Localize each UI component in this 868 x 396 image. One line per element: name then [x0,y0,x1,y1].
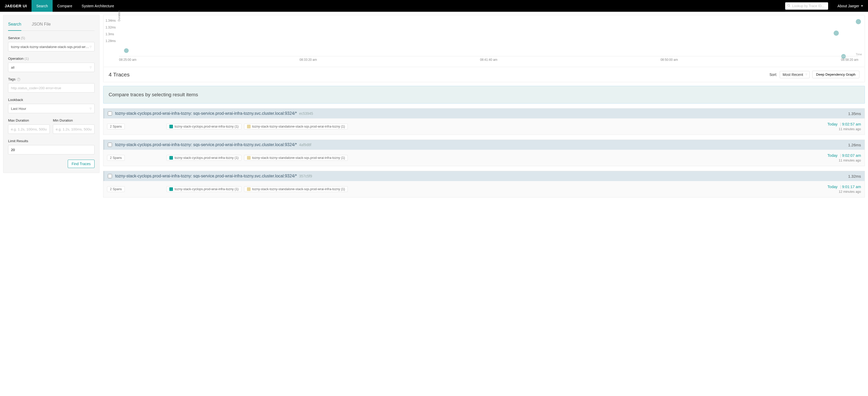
min-duration-label: Min Duration [53,118,95,122]
trace-select-checkbox[interactable] [108,174,112,178]
chart-data-point[interactable] [834,30,839,36]
trace-duration: 1.26ms [848,143,861,147]
nav-search[interactable]: Search [32,0,52,12]
chart-data-point[interactable] [856,19,861,24]
chevron-down-icon: ▼ [861,4,863,7]
lookback-value: Last Hour [11,107,26,111]
max-duration-label: Max Duration [8,118,50,122]
brand-logo: JAEGER UI [0,4,32,8]
compare-banner: Compare traces by selecting result items [103,86,865,104]
scatter-chart[interactable]: Duration 1.34ms 1.32ms 1.3ms 1.28ms Time… [103,15,865,67]
chart-x-ticks: 08:25:00 am 08:33:20 am 08:41:40 am 08:5… [119,56,858,62]
tags-label: Tags ? [8,77,95,81]
trace-body: 2 Spans tozny-stack-cyclops.prod-wrai-in… [103,150,865,166]
max-duration-input[interactable] [11,127,47,131]
operation-label: Operation (1) [8,57,95,60]
about-menu[interactable]: About Jaeger ▼ [833,4,868,8]
chevron-down-icon: ▽ [90,46,92,48]
color-swatch [169,187,173,191]
service-pill: tozny-stack-tozny-standalone-stack-sqs.p… [244,124,348,130]
chevron-down-icon: ▽ [805,73,807,76]
trace-body: 2 Spans tozny-stack-cyclops.prod-wrai-in… [103,118,865,135]
trace-title[interactable]: tozny-stack-cyclops.prod-wrai-infra-tozn… [115,111,845,116]
trace-timestamp: Today | 9:01:17 am 12 minutes ago [827,185,861,194]
span-count-pill: 2 Spans [107,155,125,161]
limit-input[interactable] [11,148,92,152]
top-nav: JAEGER UI Search Compare System Architec… [0,0,868,12]
search-icon [787,4,790,8]
span-count-pill: 2 Spans [107,186,125,192]
service-pill: tozny-stack-tozny-standalone-stack-sqs.p… [244,155,348,161]
find-traces-button[interactable]: Find Traces [68,160,95,168]
service-label: Service (5) [8,36,95,40]
service-pill: tozny-stack-cyclops.prod-wrai-infra-tozn… [166,186,242,192]
lookback-select[interactable]: Last Hour ▽ [8,104,95,113]
trace-lookup-input[interactable] [792,4,826,8]
color-swatch [169,156,173,160]
help-icon[interactable]: ? [17,78,20,81]
chevron-down-icon: ▽ [90,107,92,110]
tab-search[interactable]: Search [8,20,21,31]
sort-label: Sort: [770,73,777,77]
nav-compare[interactable]: Compare [53,0,77,12]
trace-hash: 357c5f9 [299,174,312,178]
results-count: 4 Traces [108,72,130,78]
about-label: About Jaeger [838,4,859,8]
lookback-label: Lookback [8,98,95,102]
color-swatch [247,125,251,129]
chart-data-point[interactable] [124,48,129,53]
svg-line-1 [789,6,790,7]
main-content: Duration 1.34ms 1.32ms 1.3ms 1.28ms Time… [103,15,865,197]
trace-card[interactable]: tozny-stack-cyclops.prod-wrai-infra-tozn… [103,108,865,135]
sort-value: Most Recent [782,73,803,77]
service-select[interactable]: tozny-stack-tozny-standalone-stack-sqs.p… [8,42,95,51]
trace-body: 2 Spans tozny-stack-cyclops.prod-wrai-in… [103,181,865,197]
chart-x-axis-title: Time [856,53,862,56]
trace-header: tozny-stack-cyclops.prod-wrai-infra-tozn… [103,109,865,118]
results-header: 4 Traces Sort: Most Recent ▽ Deep Depend… [103,67,865,82]
trace-card[interactable]: tozny-stack-cyclops.prod-wrai-infra-tozn… [103,171,865,197]
trace-header: tozny-stack-cyclops.prod-wrai-infra-tozn… [103,140,865,150]
operation-select[interactable]: all ▽ [8,63,95,72]
trace-lookup[interactable] [785,2,828,10]
trace-hash: ec53945 [299,111,313,116]
trace-title[interactable]: tozny-stack-cyclops.prod-wrai-infra-tozn… [115,174,845,178]
search-sidebar: Search JSON File Service (5) tozny-stack… [3,15,99,173]
trace-title[interactable]: tozny-stack-cyclops.prod-wrai-infra-tozn… [115,142,845,147]
svg-point-0 [787,4,789,6]
sidebar-tabs: Search JSON File [8,20,95,31]
trace-card[interactable]: tozny-stack-cyclops.prod-wrai-infra-tozn… [103,140,865,166]
nav-system-architecture[interactable]: System Architecture [77,0,119,12]
color-swatch [247,187,251,191]
chevron-down-icon: ▽ [90,66,92,69]
trace-timestamp: Today | 9:02:07 am 11 minutes ago [827,153,861,162]
trace-duration: 1.32ms [848,174,861,178]
min-duration-input[interactable] [56,127,92,131]
service-pill: tozny-stack-cyclops.prod-wrai-infra-tozn… [166,124,242,130]
trace-hash: 4af9d8f [299,143,311,147]
operation-value: all [11,65,14,69]
service-value: tozny-stack-tozny-standalone-stack-sqs.p… [11,45,90,49]
tab-json-file[interactable]: JSON File [32,20,51,30]
color-swatch [169,125,173,129]
service-pill: tozny-stack-tozny-standalone-stack-sqs.p… [244,186,348,192]
span-count-pill: 2 Spans [107,124,125,130]
sort-select[interactable]: Most Recent ▽ [780,71,810,78]
trace-timestamp: Today | 9:02:57 am 11 minutes ago [827,122,861,131]
trace-duration: 1.35ms [848,111,861,116]
service-pill: tozny-stack-cyclops.prod-wrai-infra-tozn… [166,155,242,161]
color-swatch [247,156,251,160]
trace-select-checkbox[interactable] [108,143,112,147]
trace-select-checkbox[interactable] [108,111,112,116]
limit-label: Limit Results [8,139,95,143]
chart-y-ticks: 1.34ms 1.32ms 1.3ms 1.28ms [105,19,116,46]
deep-dependency-graph-button[interactable]: Deep Dependency Graph [812,71,859,78]
trace-header: tozny-stack-cyclops.prod-wrai-infra-tozn… [103,171,865,181]
tags-input-wrap [8,83,95,93]
tags-input[interactable] [11,86,92,90]
chart-plot-area [119,18,858,56]
